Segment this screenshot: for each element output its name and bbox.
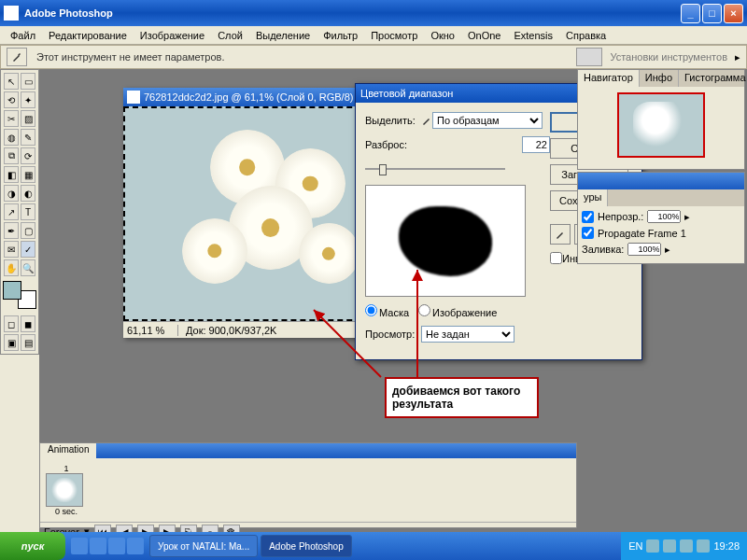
stamp-tool[interactable]: ⧉ [4,147,19,164]
menu-extensis[interactable]: Extensis [507,28,559,43]
options-bar: Этот инструмент не имеет параметров. Уст… [0,45,747,69]
current-tool-icon[interactable] [7,48,27,66]
lock-checkbox[interactable] [582,211,594,223]
type-tool[interactable]: T [21,203,35,220]
taskbar-task-1[interactable]: Урок от NATALI: Ma... [149,535,258,557]
start-button[interactable]: пуск [0,532,65,560]
tray-icon-1[interactable] [646,539,659,553]
menu-bar: Файл Редактирование Изображение Слой Выд… [0,26,747,45]
brush-tool[interactable]: ✎ [21,129,35,146]
path-tool[interactable]: ↗ [4,203,19,220]
hand-tool[interactable]: ✋ [4,259,19,276]
ql-icon-2[interactable] [90,538,106,554]
system-tray: EN 19:28 [621,532,747,560]
options-text: Этот инструмент не имеет параметров. [36,51,576,63]
propagate-label: Propagate Frame 1 [598,228,686,239]
menu-filter[interactable]: Фильтр [317,28,364,43]
eraser-tool[interactable]: ◧ [4,166,19,183]
tray-icon-4[interactable] [697,539,710,553]
layers-panel: уры Непрозр.: ▸ Propagate Frame 1 Заливк… [577,172,745,264]
quickmask-on[interactable]: ◼ [21,315,35,332]
minimize-button[interactable]: _ [681,4,700,23]
fill-chevron-icon[interactable]: ▸ [665,244,670,256]
notes-tool[interactable]: ✉ [4,241,19,258]
tab-navigator[interactable]: Навигатор [578,70,640,87]
maximize-button[interactable]: □ [702,4,722,23]
heal-tool[interactable]: ◍ [4,129,19,146]
app-title: Adobe Photoshop [24,7,679,19]
animation-frame-1[interactable]: 1 0 sec. [46,464,87,516]
clock[interactable]: 19:28 [713,540,740,552]
opacity-input[interactable] [647,210,681,223]
select-label: Выделить: [365,115,421,126]
screen-std[interactable]: ▣ [4,334,19,351]
move-tool[interactable]: ↖ [4,73,19,90]
close-button[interactable]: × [724,4,743,23]
fg-color-swatch[interactable] [3,281,21,300]
navigator-panel: Навигатор Инфо Гистограмма [577,69,745,170]
menu-file[interactable]: Файл [4,28,42,43]
eyedropper-icon [421,115,432,126]
zoom-tool[interactable]: 🔍 [21,259,35,276]
menu-window[interactable]: Окно [424,28,461,43]
shape-tool[interactable]: ▢ [21,222,35,239]
history-tool[interactable]: ⟳ [21,147,35,164]
tab-layers[interactable]: уры [578,189,608,206]
preview-label: Просмотр: [365,329,421,340]
right-panel-group: Навигатор Инфо Гистограмма уры Непрозр.:… [577,69,745,266]
ql-icon-3[interactable] [108,538,125,554]
crop-tool[interactable]: ✂ [4,110,19,127]
mask-radio[interactable]: Маска [365,304,409,318]
menu-onone[interactable]: OnOne [461,28,507,43]
fill-input[interactable] [627,243,661,256]
preview-dropdown[interactable]: Не задан [421,326,514,343]
tray-icon-3[interactable] [680,539,693,553]
document-title: 762812ddc2d2.jpg @ 61,1% (Слой 0, RGB/8) [144,91,353,103]
fuzziness-label: Разброс: [365,139,421,150]
menu-select[interactable]: Выделение [249,28,317,43]
screen-full[interactable]: ▤ [21,334,35,351]
menu-image[interactable]: Изображение [134,28,211,43]
language-indicator[interactable]: EN [628,540,642,552]
menu-help[interactable]: Справка [559,28,613,43]
eyedropper-button[interactable] [550,224,571,245]
tab-info[interactable]: Инфо [640,70,679,87]
gradient-tool[interactable]: ▦ [21,166,35,183]
menu-edit[interactable]: Редактирование [42,28,134,43]
menu-layer[interactable]: Слой [211,28,249,43]
presets-label: Установки инструментов [606,51,731,63]
navigator-thumbnail[interactable] [617,92,705,158]
select-dropdown[interactable]: По образцам [432,112,543,129]
wand-tool[interactable]: ✦ [21,91,35,108]
quickmask-off[interactable]: ◻ [4,315,19,332]
color-swatches[interactable] [3,281,36,309]
ql-icon-1[interactable] [71,538,88,554]
marquee-tool[interactable]: ▭ [21,73,35,90]
selection-preview [365,185,526,297]
presets-chevron-icon[interactable]: ▸ [735,51,740,63]
fuzziness-input[interactable] [522,136,550,153]
tray-icon-2[interactable] [663,539,676,553]
menu-view[interactable]: Просмотр [364,28,424,43]
quicklaunch [71,538,144,554]
dodge-tool[interactable]: ◐ [21,185,35,202]
tab-histogram[interactable]: Гистограмма [679,70,747,87]
lasso-tool[interactable]: ⟲ [4,91,19,108]
fill-label: Заливка: [582,244,624,255]
document-icon [127,91,140,104]
eyedropper-tool[interactable]: ✓ [21,241,35,258]
zoom-field[interactable]: 61,11 % [127,325,178,336]
image-radio[interactable]: Изображение [418,304,497,318]
taskbar-task-2[interactable]: Adobe Photoshop [261,535,352,557]
workspace-button[interactable] [576,48,602,66]
blur-tool[interactable]: ◑ [4,185,19,202]
fuzziness-slider[interactable] [365,161,505,177]
app-titlebar: Adobe Photoshop _ □ × [0,0,747,26]
propagate-checkbox[interactable] [582,227,594,239]
slice-tool[interactable]: ▨ [21,110,35,127]
animation-tab[interactable]: Animation [40,443,96,458]
animation-panel: Animation 1 0 sec. Forever▾ ⏮ ◀ ▶ ▶ ⎘ ▫ … [39,442,577,528]
ql-icon-4[interactable] [127,538,144,554]
pen-tool[interactable]: ✒ [4,222,19,239]
opacity-chevron-icon[interactable]: ▸ [684,211,690,223]
